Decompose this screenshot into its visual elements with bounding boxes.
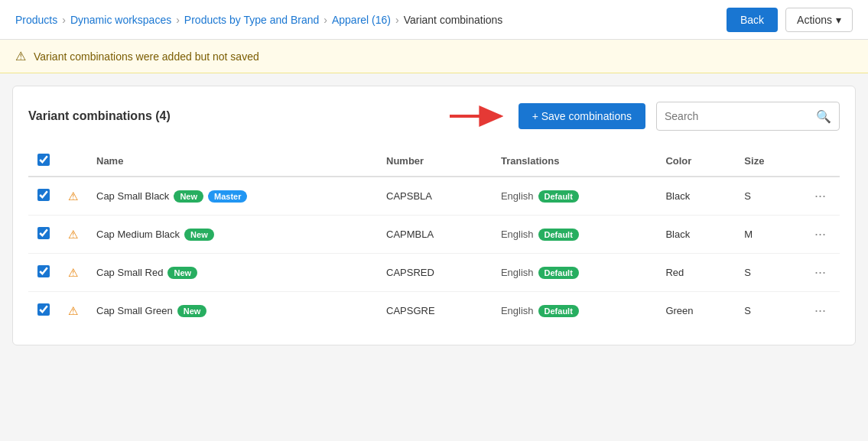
row-number-cell: CAPSRED bbox=[377, 254, 492, 292]
col-header-color: Color bbox=[656, 146, 735, 177]
row-actions-cell: ··· bbox=[801, 292, 840, 330]
actions-button[interactable]: Actions ▾ bbox=[785, 8, 853, 32]
top-actions: Back Actions ▾ bbox=[727, 8, 853, 32]
default-badge: Default bbox=[538, 267, 579, 279]
row-2-checkbox[interactable] bbox=[37, 265, 50, 277]
row-name-cell: Cap Small RedNew bbox=[87, 254, 377, 292]
row-size-cell: S bbox=[735, 177, 801, 216]
row-language: English bbox=[501, 267, 534, 278]
row-more-options-button[interactable]: ··· bbox=[810, 301, 831, 320]
row-3-checkbox[interactable] bbox=[37, 303, 50, 316]
master-badge: Master bbox=[208, 190, 247, 203]
arrow-annotation bbox=[447, 102, 508, 130]
top-bar: Products › Dynamic workspaces › Products… bbox=[0, 0, 868, 40]
row-name-cell: Cap Small BlackNewMaster bbox=[87, 177, 377, 216]
search-icon: 🔍 bbox=[816, 109, 831, 124]
row-name-cell: Cap Medium BlackNew bbox=[87, 216, 377, 254]
row-actions-cell: ··· bbox=[801, 254, 840, 292]
breadcrumb-apparel[interactable]: Apparel (16) bbox=[332, 14, 391, 26]
warning-icon: ⚠ bbox=[15, 49, 26, 63]
table-row: ⚠Cap Small BlackNewMasterCAPSBLAEnglishD… bbox=[28, 177, 840, 216]
default-badge: Default bbox=[538, 190, 579, 203]
breadcrumb-dynamic-workspaces[interactable]: Dynamic workspaces bbox=[70, 14, 171, 26]
warning-message: Variant combinations were added but not … bbox=[34, 50, 259, 63]
row-checkbox-cell bbox=[28, 292, 59, 330]
row-name-cell: Cap Small GreenNew bbox=[87, 292, 377, 330]
row-name: Cap Small Black bbox=[96, 190, 169, 202]
col-header-name: Name bbox=[87, 146, 377, 177]
col-header-checkbox bbox=[28, 146, 59, 177]
row-name: Cap Medium Black bbox=[96, 229, 180, 240]
header-right: + Save combinations 🔍 bbox=[447, 102, 840, 131]
breadcrumb-sep-1: › bbox=[62, 14, 66, 26]
col-header-actions bbox=[801, 146, 840, 177]
row-color-cell: Black bbox=[656, 216, 735, 254]
row-warning-cell: ⚠ bbox=[59, 216, 87, 254]
row-color-cell: Black bbox=[656, 177, 735, 216]
table-header: Variant combinations (4) + Save combinat… bbox=[28, 102, 840, 131]
main-content: Variant combinations (4) + Save combinat… bbox=[12, 86, 856, 345]
row-translations-cell: EnglishDefault bbox=[492, 216, 657, 254]
search-input[interactable] bbox=[665, 110, 810, 122]
breadcrumb-variant-combinations: Variant combinations bbox=[404, 14, 503, 26]
row-name: Cap Small Green bbox=[96, 305, 173, 316]
default-badge: Default bbox=[538, 305, 579, 317]
table-row: ⚠Cap Small GreenNewCAPSGREEnglishDefault… bbox=[28, 292, 840, 330]
row-more-options-button[interactable]: ··· bbox=[810, 263, 831, 282]
row-0-checkbox[interactable] bbox=[37, 189, 50, 201]
row-actions-cell: ··· bbox=[801, 216, 840, 254]
table-row: ⚠Cap Medium BlackNewCAPMBLAEnglishDefaul… bbox=[28, 216, 840, 254]
row-number-cell: CAPSGRE bbox=[377, 292, 492, 330]
chevron-down-icon: ▾ bbox=[836, 14, 841, 26]
warning-triangle-icon: ⚠ bbox=[68, 266, 78, 279]
row-translations-cell: EnglishDefault bbox=[492, 292, 657, 330]
table-title: Variant combinations (4) bbox=[28, 109, 171, 123]
row-warning-cell: ⚠ bbox=[59, 292, 87, 330]
row-translations-cell: EnglishDefault bbox=[492, 177, 657, 216]
row-size-cell: S bbox=[735, 292, 801, 330]
breadcrumb: Products › Dynamic workspaces › Products… bbox=[15, 14, 502, 26]
col-header-size: Size bbox=[735, 146, 801, 177]
breadcrumb-products-by-type[interactable]: Products by Type and Brand bbox=[184, 14, 319, 26]
row-checkbox-cell bbox=[28, 216, 59, 254]
row-more-options-button[interactable]: ··· bbox=[810, 186, 831, 206]
row-number-cell: CAPMBLA bbox=[377, 216, 492, 254]
warning-triangle-icon: ⚠ bbox=[68, 228, 78, 241]
back-button[interactable]: Back bbox=[727, 8, 778, 32]
row-language: English bbox=[501, 190, 534, 202]
row-size-cell: S bbox=[735, 254, 801, 292]
warning-bar: ⚠ Variant combinations were added but no… bbox=[0, 40, 868, 73]
row-language: English bbox=[501, 229, 534, 240]
row-warning-cell: ⚠ bbox=[59, 254, 87, 292]
row-name: Cap Small Red bbox=[96, 267, 163, 278]
new-badge: New bbox=[174, 190, 203, 203]
row-color-cell: Red bbox=[656, 254, 735, 292]
row-actions-cell: ··· bbox=[801, 177, 840, 216]
breadcrumb-sep-2: › bbox=[176, 14, 180, 26]
row-1-checkbox[interactable] bbox=[37, 227, 50, 239]
row-language: English bbox=[501, 305, 534, 316]
warning-triangle-icon: ⚠ bbox=[68, 190, 78, 203]
new-badge: New bbox=[184, 229, 214, 241]
row-color-cell: Green bbox=[656, 292, 735, 330]
new-badge: New bbox=[167, 267, 197, 279]
red-arrow-icon bbox=[447, 102, 508, 130]
breadcrumb-products[interactable]: Products bbox=[15, 14, 57, 26]
actions-label: Actions bbox=[797, 14, 832, 26]
warning-triangle-icon: ⚠ bbox=[68, 304, 78, 317]
select-all-checkbox[interactable] bbox=[37, 154, 50, 166]
row-more-options-button[interactable]: ··· bbox=[810, 225, 831, 244]
col-header-translations: Translations bbox=[492, 146, 657, 177]
row-translations-cell: EnglishDefault bbox=[492, 254, 657, 292]
save-combinations-button[interactable]: + Save combinations bbox=[519, 103, 645, 129]
row-warning-cell: ⚠ bbox=[59, 177, 87, 216]
col-header-number: Number bbox=[377, 146, 492, 177]
breadcrumb-sep-3: › bbox=[323, 14, 327, 26]
row-checkbox-cell bbox=[28, 254, 59, 292]
row-number-cell: CAPSBLA bbox=[377, 177, 492, 216]
search-box: 🔍 bbox=[656, 102, 840, 131]
breadcrumb-sep-4: › bbox=[395, 14, 399, 26]
table-row: ⚠Cap Small RedNewCAPSREDEnglishDefaultRe… bbox=[28, 254, 840, 292]
default-badge: Default bbox=[538, 229, 579, 241]
new-badge: New bbox=[177, 305, 207, 317]
